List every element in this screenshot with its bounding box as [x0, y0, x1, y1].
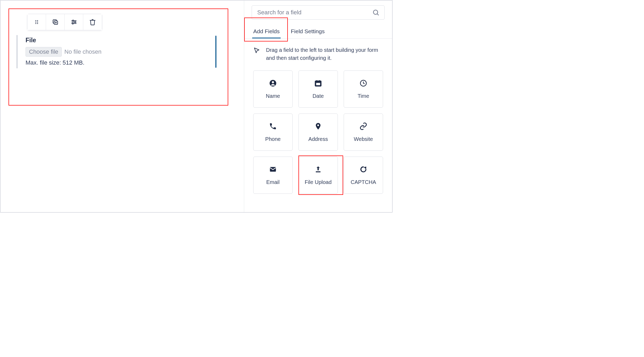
tile-captcha[interactable]: CAPTCHA	[344, 157, 383, 194]
tile-email[interactable]: Email	[253, 157, 293, 194]
field-label: File	[26, 37, 213, 44]
search-row	[244, 1, 392, 23]
sidebar-pane: Add Fields Field Settings Drag a field t…	[244, 1, 392, 212]
delete-button[interactable]	[83, 14, 102, 30]
tab-field-settings[interactable]: Field Settings	[290, 26, 326, 38]
tile-label: Time	[358, 93, 369, 99]
svg-point-5	[37, 23, 38, 24]
clock-icon	[359, 79, 367, 87]
link-icon	[359, 122, 367, 130]
svg-point-16	[272, 81, 274, 83]
file-status-text: No file chosen	[64, 48, 101, 55]
trash-icon	[89, 19, 96, 26]
svg-point-3	[37, 22, 38, 22]
svg-point-22	[317, 124, 319, 126]
tab-add-fields[interactable]: Add Fields	[252, 26, 281, 38]
selection-indicator	[215, 36, 217, 68]
canvas-pane: File Choose file No file chosen Max. fil…	[1, 1, 244, 212]
svg-rect-24	[316, 171, 321, 172]
duplicate-button[interactable]	[46, 14, 65, 30]
svg-point-0	[35, 20, 36, 21]
tile-label: Phone	[265, 136, 281, 142]
tile-label: Email	[266, 179, 280, 185]
tile-label: Name	[266, 93, 280, 99]
settings-button[interactable]	[65, 14, 83, 30]
phone-icon	[269, 122, 277, 130]
search-input[interactable]	[257, 9, 372, 16]
tile-date[interactable]: Date	[298, 70, 338, 108]
canvas[interactable]: File Choose file No file chosen Max. fil…	[1, 1, 244, 68]
svg-point-4	[35, 23, 36, 24]
user-icon	[269, 79, 277, 87]
tile-label: CAPTCHA	[351, 179, 376, 185]
svg-point-13	[373, 10, 378, 14]
tile-file-upload[interactable]: File Upload	[298, 157, 338, 194]
email-icon	[269, 165, 277, 173]
tile-label: Date	[313, 93, 324, 99]
sliders-icon	[70, 19, 77, 26]
hint-row: Drag a field to the left to start buildi…	[244, 39, 392, 65]
svg-point-11	[74, 22, 76, 23]
tile-website[interactable]: Website	[344, 114, 383, 151]
svg-point-10	[72, 20, 73, 21]
svg-point-2	[35, 22, 36, 22]
search-icon	[372, 9, 380, 16]
search-box[interactable]	[252, 5, 385, 20]
choose-file-button[interactable]: Choose file	[26, 47, 62, 57]
calendar-icon	[314, 79, 322, 87]
tile-phone[interactable]: Phone	[253, 114, 293, 151]
svg-line-14	[377, 14, 379, 15]
sidebar-tabs: Add Fields Field Settings	[244, 23, 392, 39]
file-field-block[interactable]: File Choose file No file chosen Max. fil…	[16, 35, 213, 68]
svg-point-1	[37, 20, 38, 21]
tile-label: Website	[354, 136, 373, 142]
field-toolbar	[27, 14, 102, 30]
duplicate-icon	[52, 19, 59, 26]
svg-point-12	[72, 23, 73, 24]
drag-handle-icon	[33, 19, 40, 26]
map-pin-icon	[314, 122, 322, 130]
hint-text: Drag a field to the left to start buildi…	[266, 46, 383, 62]
svg-rect-18	[316, 82, 321, 85]
drag-handle-button[interactable]	[27, 14, 46, 30]
tile-address[interactable]: Address	[298, 114, 338, 151]
tile-time[interactable]: Time	[344, 70, 383, 108]
form-builder-frame: File Choose file No file chosen Max. fil…	[0, 0, 393, 213]
cursor-icon	[253, 47, 260, 54]
upload-icon	[314, 165, 322, 173]
file-input-row: Choose file No file chosen	[26, 47, 213, 57]
file-meta-text: Max. file size: 512 MB.	[26, 59, 213, 66]
tile-name[interactable]: Name	[253, 70, 293, 108]
tile-label: File Upload	[305, 179, 331, 185]
field-tiles-grid: Name Date Time Phone Address	[244, 65, 392, 194]
captcha-icon	[359, 165, 367, 173]
tile-label: Address	[308, 136, 328, 142]
